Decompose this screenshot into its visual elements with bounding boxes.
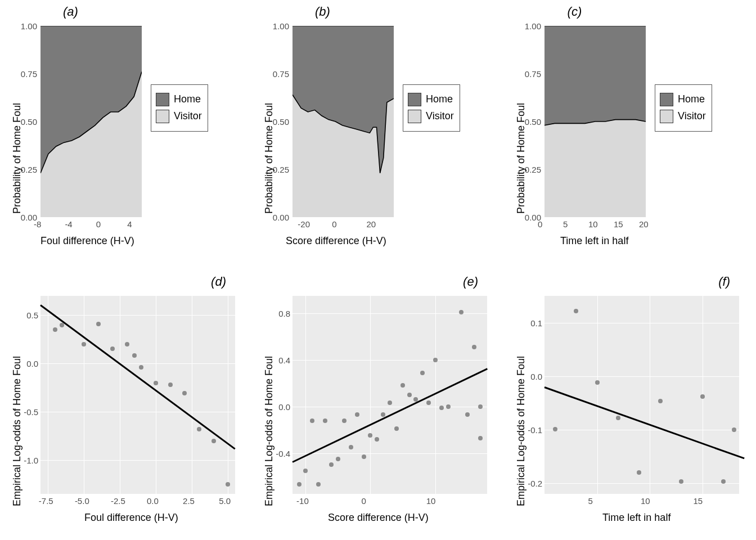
data-point [478, 436, 483, 440]
subplot-f: (f) -0.2-0.10.00.151015 Empirical Log-od… [504, 270, 756, 540]
legend-swatch-visitor [408, 110, 421, 123]
subplot-b-title: (b) [252, 4, 393, 19]
subplot-a: (a) 0.000.250.500.751.00-8-404 Home Visi… [0, 0, 252, 270]
data-point [433, 358, 438, 362]
data-point [310, 418, 314, 423]
data-point [168, 382, 173, 387]
ylabel-b: Probability of Home Foul [263, 103, 275, 214]
data-point [732, 428, 736, 432]
data-point [110, 346, 115, 351]
subplot-c: (c) 0.000.250.500.751.0005101520 Home Vi… [504, 0, 756, 270]
data-point [472, 345, 476, 349]
data-point [420, 371, 425, 375]
data-point [388, 400, 392, 405]
subplot-d: (d) -1.0-0.50.00.5-7.5-5.0-2.50.02.55.0 … [0, 270, 252, 540]
fit-line [292, 368, 487, 463]
data-point [446, 404, 451, 409]
data-point [154, 381, 158, 385]
data-point [336, 457, 340, 461]
data-point [700, 394, 705, 399]
xlabel-e: Score difference (H-V) [328, 512, 429, 524]
legend-c: Home Visitor [655, 84, 712, 132]
data-point [362, 454, 366, 459]
data-point [212, 439, 216, 443]
legend-label-home: Home [678, 93, 705, 105]
subplot-c-title: (c) [504, 4, 645, 19]
data-point [323, 418, 327, 423]
data-point [342, 418, 346, 423]
xlabel-f: Time left in half [602, 512, 670, 524]
subplot-a-title: (a) [0, 4, 141, 19]
panel-b-area: 0.000.250.500.751.00-20020 [292, 26, 394, 217]
data-point [439, 406, 444, 410]
data-point [316, 482, 321, 487]
subplot-d-title: (d) [0, 274, 252, 289]
fit-line [40, 305, 236, 450]
data-point [368, 433, 372, 438]
data-point [329, 462, 334, 467]
data-point [125, 342, 129, 346]
data-point [658, 399, 663, 403]
data-point [53, 327, 57, 332]
data-point [197, 427, 201, 431]
legend-label-visitor: Visitor [174, 110, 202, 122]
data-point [375, 437, 379, 442]
data-point [400, 383, 405, 388]
data-point [721, 479, 726, 484]
data-point [139, 365, 143, 370]
data-point [132, 353, 137, 358]
legend-label-home: Home [174, 93, 201, 105]
panel-d-area: -1.0-0.50.00.5-7.5-5.0-2.50.02.55.0 [40, 296, 235, 494]
data-point [96, 322, 101, 326]
fit-line [544, 386, 744, 459]
subplot-f-title: (f) [504, 274, 756, 289]
legend-label-home: Home [426, 93, 453, 105]
data-point [355, 412, 359, 417]
data-point [574, 309, 578, 313]
legend-b: Home Visitor [403, 84, 460, 132]
xlabel-a: Foul difference (H-V) [40, 235, 134, 247]
legend-swatch-home [156, 93, 169, 106]
data-point [349, 445, 353, 449]
legend-swatch-home [408, 93, 421, 106]
data-point [426, 400, 431, 405]
data-point [394, 426, 399, 431]
ylabel-c: Probability of Home Foul [515, 103, 527, 214]
panel-f-area: -0.2-0.10.00.151015 [544, 296, 739, 494]
data-point [679, 479, 683, 484]
data-point [616, 416, 620, 420]
legend-a: Home Visitor [151, 84, 208, 132]
data-point [297, 482, 302, 487]
panel-e-area: -0.40.00.40.8-10010 [292, 296, 487, 494]
legend-swatch-visitor [156, 110, 169, 123]
data-point [637, 470, 641, 475]
ylabel-f: Empirical Log-odds of Home Foul [515, 356, 527, 506]
ylabel-e: Empirical Log-odds of Home Foul [263, 356, 275, 506]
subplot-b: (b) 0.000.250.500.751.00-20020 Home Visi… [252, 0, 504, 270]
data-point [226, 482, 230, 487]
figure-grid: (a) 0.000.250.500.751.00-8-404 Home Visi… [0, 0, 756, 540]
legend-swatch-home [660, 93, 673, 106]
data-point [82, 342, 86, 346]
data-point [465, 412, 470, 417]
ylabel-a: Probability of Home Foul [11, 103, 23, 214]
xlabel-c: Time left in half [560, 235, 628, 247]
legend-swatch-visitor [660, 110, 673, 123]
xlabel-d: Foul difference (H-V) [84, 512, 178, 524]
data-point [182, 391, 187, 395]
legend-label-visitor: Visitor [678, 110, 706, 122]
data-point [595, 380, 600, 385]
subplot-e-title: (e) [252, 274, 504, 289]
ylabel-d: Empirical Log-odds of Home Foul [11, 356, 23, 506]
data-point [459, 310, 464, 314]
data-point [303, 469, 308, 473]
data-point [553, 427, 557, 431]
panel-c-area: 0.000.250.500.751.0005101520 [544, 26, 646, 217]
subplot-e: (e) -0.40.00.40.8-10010 Empirical Log-od… [252, 270, 504, 540]
legend-label-visitor: Visitor [426, 110, 454, 122]
data-point [478, 404, 483, 409]
xlabel-b: Score difference (H-V) [286, 235, 386, 247]
data-point [407, 393, 412, 397]
panel-a-area: 0.000.250.500.751.00-8-404 [40, 26, 142, 217]
